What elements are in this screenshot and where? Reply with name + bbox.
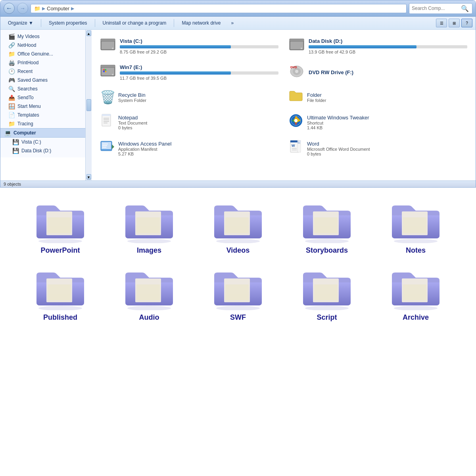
view-details-button[interactable]: ☰ <box>436 19 447 27</box>
address-text: Computer <box>47 6 69 12</box>
system-properties-button[interactable]: System properties <box>44 18 92 28</box>
file-tweaker[interactable]: Ultimate Windows Tweaker Shortcut 1.44 K… <box>285 111 471 134</box>
folder-script[interactable]: Script <box>291 263 363 322</box>
map-drive-button[interactable]: Map network drive <box>177 18 225 28</box>
organize-button[interactable]: Organize ▼ <box>4 18 38 28</box>
folder-images[interactable]: Images <box>113 196 185 255</box>
sidebar-label-datadisk: Data Disk (D:) <box>21 148 51 154</box>
svg-point-3 <box>112 48 113 49</box>
scroll-up-button[interactable]: ▲ <box>86 31 91 36</box>
svg-point-55 <box>394 239 438 243</box>
word-info: Word Microsoft Office Word Document 0 by… <box>307 141 370 156</box>
nethood-icon: 🔗 <box>8 42 15 48</box>
sidebar-label-savedgames: Saved Games <box>17 77 48 83</box>
drive-datadisk-free: 13.9 GB free of 42.9 GB <box>309 50 467 54</box>
search-icon: 🔍 <box>461 5 469 12</box>
file-notepad[interactable]: Notepad Text Document 0 bytes <box>96 111 282 134</box>
status-bar: 9 objects <box>0 180 476 187</box>
drive-vista-info: Vista (C:) 8.75 GB free of 29.2 GB <box>120 38 278 54</box>
file-word[interactable]: W Word Microsoft Office Word Document 0 … <box>285 137 471 160</box>
drive-dvd-info: DVD RW Drive (F:) <box>309 69 467 75</box>
drive-vista-free: 8.75 GB free of 29.2 GB <box>120 50 278 54</box>
address-bar[interactable]: 📁 ▶ Computer ▶ <box>31 4 407 13</box>
file-recycle[interactable]: 🗑️ Recycle Bin System Folder <box>96 87 282 107</box>
drive-win7-fill <box>120 71 231 75</box>
sidebar-item-recent[interactable]: 🕐 Recent <box>0 67 91 76</box>
sidebar-label-templates: Templates <box>17 112 39 118</box>
officegenuine-icon: 📁 <box>8 51 15 57</box>
folder-type: File folder <box>307 98 326 103</box>
tweaker-size: 1.44 KB <box>307 125 369 130</box>
folder-name: Folder <box>307 92 326 98</box>
sidebar-item-nethood[interactable]: 🔗 NetHood <box>0 41 91 50</box>
sidebar-item-templates[interactable]: 📄 Templates <box>0 111 91 119</box>
sidebar-item-vista[interactable]: 💾 Vista (C:) <box>0 138 91 146</box>
drive-dvd[interactable]: DVD DVD RW Drive (F:) <box>285 61 471 84</box>
notes-label: Notes <box>406 246 426 255</box>
drive-datadisk[interactable]: Data Disk (D:) 13.9 GB free of 42.9 GB <box>285 35 471 58</box>
sidebar-label-printhood: PrintHood <box>17 60 38 65</box>
recycle-info: Recycle Bin System Folder <box>118 92 146 103</box>
sidebar-item-datadisk[interactable]: 💾 Data Disk (D:) <box>0 146 91 155</box>
tweaker-type: Shortcut <box>307 121 369 125</box>
svg-rect-13 <box>103 69 105 71</box>
swf-label: SWF <box>230 313 246 322</box>
sidebar-item-officegenuine[interactable]: 📁 Office Genuine... <box>0 50 91 58</box>
sidebar-label-startmenu: Start Menu <box>17 104 41 109</box>
sidebar-item-savedgames[interactable]: 🎮 Saved Games <box>0 76 91 84</box>
svg-rect-69 <box>314 284 338 300</box>
sidebar-item-searches[interactable]: 🔍 Searches <box>0 84 91 93</box>
script-label: Script <box>317 313 337 322</box>
sidebar-item-myvideos[interactable]: 🎬 My Videos <box>0 32 91 41</box>
svg-rect-35 <box>102 147 106 148</box>
folder-published[interactable]: Published <box>25 263 96 322</box>
sidebar-item-computer[interactable]: 💻 Computer <box>0 128 91 138</box>
file-accesspanel[interactable]: Windows Access Panel Application Manifes… <box>96 137 282 160</box>
folder-notes[interactable]: Notes <box>380 196 451 255</box>
file-folder[interactable]: Folder File folder <box>285 87 471 107</box>
images-label: Images <box>137 246 161 255</box>
archive-label: Archive <box>403 313 429 322</box>
folder-audio[interactable]: Audio <box>113 263 185 322</box>
sidebar-item-sendto[interactable]: 📤 SendTo <box>0 93 91 102</box>
datadisk-drive-icon: 💾 <box>12 148 19 154</box>
uninstall-button[interactable]: Uninstall or change a program <box>98 18 171 28</box>
tweaker-info: Ultimate Windows Tweaker Shortcut 1.44 K… <box>307 115 369 130</box>
search-box[interactable]: 🔍 <box>409 3 472 14</box>
forward-button[interactable]: → <box>17 3 28 14</box>
folder-powerpoint[interactable]: PowerPoint <box>25 196 96 255</box>
folder-swf[interactable]: SWF <box>202 263 274 322</box>
svg-rect-34 <box>102 145 107 146</box>
scroll-down-button[interactable]: ▼ <box>86 174 91 180</box>
sidebar-item-printhood[interactable]: 🖨️ PrintHood <box>0 58 91 67</box>
drive-dvd-icon: DVD <box>289 63 305 81</box>
accesspanel-type: Application Manifest <box>118 147 171 152</box>
svg-rect-15 <box>103 71 105 73</box>
search-input[interactable] <box>412 6 459 11</box>
accesspanel-icon <box>100 140 114 157</box>
folder-archive[interactable]: Archive <box>380 263 451 322</box>
scroll-thumb[interactable] <box>86 99 91 111</box>
svg-rect-45 <box>48 217 71 233</box>
folder-icon: 📁 <box>34 6 40 12</box>
sidebar-item-tracing[interactable]: 📁 Tracing <box>0 119 91 128</box>
folder-storyboards[interactable]: Storyboards <box>291 196 363 255</box>
drive-datadisk-bar <box>309 45 467 48</box>
sidebar-label-computer: Computer <box>13 130 36 136</box>
drive-vista[interactable]: Vista (C:) 8.75 GB free of 29.2 GB <box>96 35 282 58</box>
view-icons-button[interactable]: ⊞ <box>449 19 460 27</box>
svg-rect-33 <box>102 144 108 144</box>
drive-win7[interactable]: Win7 (E:) 11.7 GB free of 39.5 GB <box>96 61 282 84</box>
svg-rect-63 <box>136 284 160 300</box>
folder-icon <box>289 90 303 105</box>
svg-rect-57 <box>403 217 426 233</box>
folder-videos[interactable]: Videos <box>202 196 274 255</box>
svg-rect-6 <box>290 39 304 41</box>
back-button[interactable]: ← <box>4 3 15 14</box>
folders-row-1: PowerPoint Images <box>16 196 460 255</box>
sidebar-item-startmenu[interactable]: 🪟 Start Menu <box>0 102 91 111</box>
help-button[interactable]: ? <box>461 19 472 27</box>
more-button[interactable]: » <box>226 18 238 28</box>
sidebar: 🎬 My Videos 🔗 NetHood 📁 Office Genuine..… <box>0 30 92 180</box>
scrollbar[interactable]: ▲ ▼ <box>85 30 92 180</box>
